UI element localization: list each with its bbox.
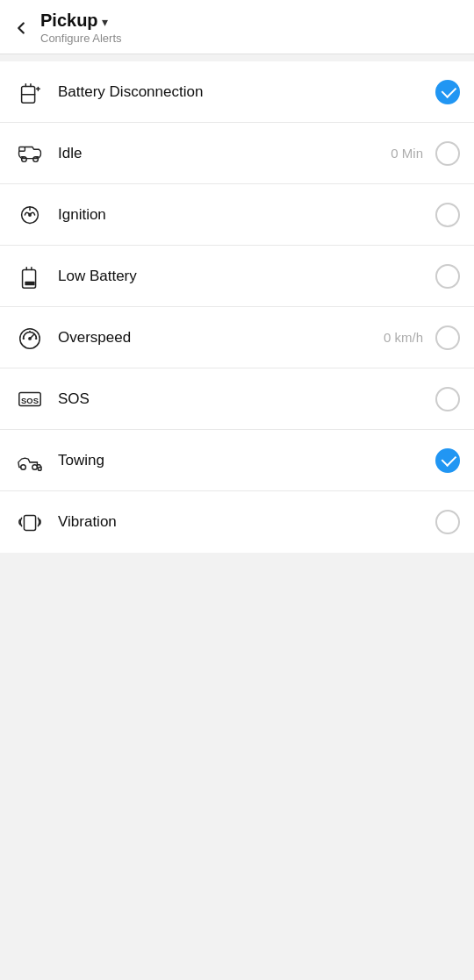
list-item-overspeed[interactable]: Overspeed0 km/h <box>0 307 474 368</box>
sos-label: SOS <box>58 390 435 408</box>
svg-point-8 <box>33 156 39 161</box>
svg-point-20 <box>28 337 32 340</box>
ignition-icon <box>14 199 46 231</box>
sos-toggle[interactable] <box>435 387 460 411</box>
header: Pickup ▾ Configure Alerts <box>0 0 474 54</box>
svg-rect-6 <box>19 147 25 151</box>
towing-label: Towing <box>58 452 435 469</box>
svg-point-27 <box>32 464 38 469</box>
sos-icon: SOS <box>14 383 46 415</box>
overspeed-icon <box>14 322 46 354</box>
towing-icon <box>14 445 46 476</box>
ignition-toggle[interactable] <box>435 203 460 227</box>
svg-rect-30 <box>24 516 35 531</box>
svg-point-26 <box>21 464 26 469</box>
back-button[interactable] <box>7 14 35 42</box>
page-title: Pickup <box>40 11 98 31</box>
idle-toggle[interactable] <box>435 141 460 166</box>
low-battery-label: Low Battery <box>58 268 435 285</box>
list-item-idle[interactable]: Idle0 Min <box>0 123 474 184</box>
list-item-towing[interactable]: Towing <box>0 430 474 491</box>
low-battery-icon <box>14 261 46 292</box>
vibration-icon <box>14 506 46 538</box>
low-battery-toggle[interactable] <box>435 264 460 289</box>
idle-value: 0 Min <box>391 146 423 161</box>
overspeed-label: Overspeed <box>58 329 384 347</box>
svg-point-7 <box>22 156 27 161</box>
list-item-sos[interactable]: SOS SOS <box>0 368 474 430</box>
idle-label: Idle <box>58 145 391 162</box>
page-subtitle: Configure Alerts <box>40 32 122 45</box>
svg-point-29 <box>38 467 41 470</box>
ignition-label: Ignition <box>58 206 435 224</box>
battery-disconnect-icon <box>14 76 46 108</box>
list-item-vibration[interactable]: Vibration <box>0 491 474 553</box>
alerts-list: Battery Disconnection Idle0 Min Ignition… <box>0 61 474 553</box>
battery-disconnection-toggle[interactable] <box>435 80 460 104</box>
battery-disconnection-label: Battery Disconnection <box>58 83 435 101</box>
towing-toggle[interactable] <box>435 448 460 473</box>
list-item-battery-disconnection[interactable]: Battery Disconnection <box>0 61 474 123</box>
chevron-down-icon[interactable]: ▾ <box>102 15 108 29</box>
svg-rect-17 <box>25 281 34 285</box>
vibration-label: Vibration <box>58 513 435 531</box>
svg-text:SOS: SOS <box>21 396 39 404</box>
vibration-toggle[interactable] <box>435 510 460 534</box>
overspeed-value: 0 km/h <box>384 330 423 345</box>
idle-icon <box>14 138 46 169</box>
list-item-low-battery[interactable]: Low Battery <box>0 246 474 307</box>
header-text: Pickup ▾ Configure Alerts <box>40 11 122 45</box>
list-item-ignition[interactable]: Ignition <box>0 184 474 246</box>
overspeed-toggle[interactable] <box>435 325 460 350</box>
